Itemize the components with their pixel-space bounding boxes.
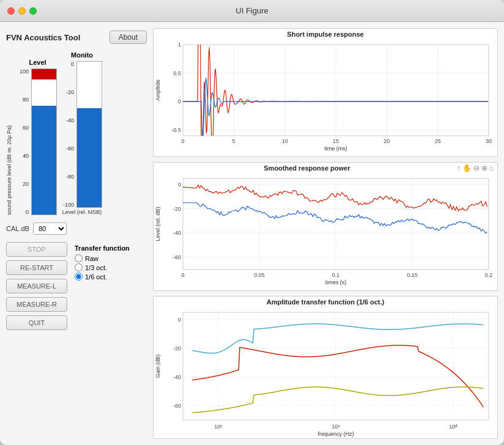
chart-toolbar: ↑ ✋ ⊖ ⊕ ⌂ <box>457 164 494 172</box>
pan-icon[interactable]: ✋ <box>462 164 472 172</box>
left-controls: STOP RE-START MEASURE-L MEASURE-R QUIT <box>6 242 67 330</box>
impulse-canvas <box>154 40 495 153</box>
cal-select[interactable]: 80 70 90 94 <box>33 223 67 235</box>
radio-group: Raw 1/3 oct. 1/6 oct. <box>75 254 130 281</box>
restart-button[interactable]: RE-START <box>6 260 67 275</box>
zoom-out-icon[interactable]: ⊖ <box>473 164 480 172</box>
app-window: UI Figure FVN Acoustics Tool About sound… <box>0 0 504 445</box>
radio-raw-label: Raw <box>85 255 98 262</box>
radio-raw-input[interactable] <box>75 254 83 262</box>
level-axis-0: 0 <box>26 209 29 215</box>
radio-sixth-input[interactable] <box>75 273 83 281</box>
transfer-section: Transfer function Raw 1/3 oct. 1/6 oc <box>75 245 130 330</box>
main-content: FVN Acoustics Tool About sound pressure … <box>0 22 504 445</box>
window-title: UI Figure <box>235 6 268 15</box>
radio-third-label: 1/3 oct. <box>85 264 107 271</box>
share-icon[interactable]: ↑ <box>457 164 461 172</box>
impulse-chart-container: Short impulse response <box>153 28 498 157</box>
about-button[interactable]: About <box>109 31 147 44</box>
monitor-axis-60: -60 <box>66 145 74 152</box>
traffic-lights <box>7 7 37 15</box>
right-panel: Short impulse response Smoothed response… <box>153 28 498 439</box>
level-y-axis-label: sound pressure level (dB re. 20µ Pa) <box>6 125 12 215</box>
level-axis-40: 40 <box>23 153 29 159</box>
home-icon[interactable]: ⌂ <box>489 164 494 172</box>
maximize-button[interactable] <box>29 7 37 15</box>
level-axis-60: 60 <box>23 125 29 131</box>
level-axis-100: 100 <box>20 68 29 75</box>
monitor-axis-0: 0 <box>71 61 74 67</box>
left-panel: FVN Acoustics Tool About sound pressure … <box>6 28 147 439</box>
cal-row: CAL.dB 80 70 90 94 <box>6 220 147 237</box>
stop-button[interactable]: STOP <box>6 242 67 257</box>
smoothed-chart-container: Smoothed response power ↑ ✋ ⊖ ⊕ ⌂ <box>153 162 498 291</box>
titlebar: UI Figure <box>0 0 504 22</box>
measure-r-button[interactable]: MEASURE-R <box>6 297 67 312</box>
monitor-axis-100: -100 <box>63 202 74 208</box>
impulse-chart-title: Short impulse response <box>154 29 497 40</box>
minimize-button[interactable] <box>18 7 26 15</box>
monitor-axis-20: -20 <box>66 89 74 95</box>
measure-l-button[interactable]: MEASURE-L <box>6 279 67 293</box>
radio-sixth-label: 1/6 oct. <box>85 273 107 281</box>
monitor-axis-label: Level (rel. MSB) <box>62 209 102 215</box>
bottom-left: STOP RE-START MEASURE-L MEASURE-R QUIT T… <box>6 242 147 330</box>
smoothed-chart-title: Smoothed response power <box>264 164 350 172</box>
app-header: FVN Acoustics Tool About <box>6 28 147 46</box>
zoom-in-icon[interactable]: ⊕ <box>481 164 487 172</box>
radio-raw[interactable]: Raw <box>75 254 130 262</box>
monitor-meter-label: Monito <box>71 51 93 59</box>
monitor-axis-40: -40 <box>66 117 74 123</box>
level-axis-80: 80 <box>23 97 29 103</box>
smoothed-canvas <box>154 174 495 287</box>
level-meter-label: Level <box>29 59 46 66</box>
transfer-chart-container: Amplitude transfer function (1/6 oct.) <box>153 296 498 439</box>
transfer-canvas <box>154 307 495 438</box>
transfer-title: Transfer function <box>75 245 130 252</box>
close-button[interactable] <box>7 7 15 15</box>
radio-third-oct[interactable]: 1/3 oct. <box>75 263 130 271</box>
cal-label: CAL.dB <box>6 225 29 232</box>
monitor-axis-80: -80 <box>66 174 74 180</box>
quit-button[interactable]: QUIT <box>6 315 67 330</box>
app-title: FVN Acoustics Tool <box>6 33 80 42</box>
radio-sixth-oct[interactable]: 1/6 oct. <box>75 273 130 281</box>
level-axis-20: 20 <box>23 181 29 187</box>
transfer-chart-title: Amplitude transfer function (1/6 oct.) <box>154 296 497 307</box>
radio-third-input[interactable] <box>75 263 83 271</box>
